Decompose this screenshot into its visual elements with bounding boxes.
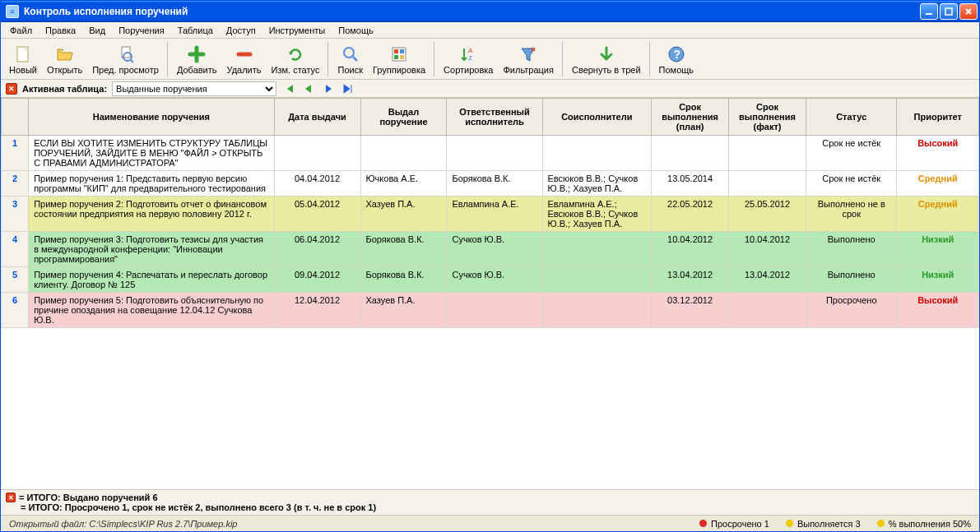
nav-next-button[interactable] bbox=[321, 81, 336, 96]
table-scroll-area[interactable]: Наименование поручения Дата выдачи Выдал… bbox=[1, 98, 979, 489]
close-button[interactable] bbox=[959, 3, 978, 20]
table-row[interactable]: 6Пример поручения 5: Подготовить объясни… bbox=[2, 293, 979, 328]
cell-rownum[interactable]: 2 bbox=[2, 171, 29, 197]
nav-prev-button[interactable] bbox=[301, 81, 316, 96]
col-fact[interactable]: Срок выполнения (факт) bbox=[729, 99, 806, 136]
maximize-button[interactable] bbox=[940, 3, 958, 20]
cell-responsible[interactable]: Сучков Ю.В. bbox=[447, 232, 542, 267]
cell-description[interactable]: Пример поручения 2: Подготовить отчет о … bbox=[29, 197, 274, 232]
active-table-select[interactable]: Выданные поручения bbox=[112, 81, 276, 96]
col-issuer[interactable]: Выдал поручение bbox=[360, 99, 447, 136]
col-coexec[interactable]: Соисполнители bbox=[542, 99, 652, 136]
cell-priority[interactable]: Средний bbox=[897, 197, 979, 232]
cell-coexec[interactable] bbox=[542, 136, 652, 171]
cell-plan[interactable]: 13.04.2012 bbox=[652, 267, 729, 293]
cell-date[interactable]: 12.04.2012 bbox=[274, 293, 360, 328]
col-date[interactable]: Дата выдачи bbox=[274, 99, 360, 136]
cell-date[interactable]: 06.04.2012 bbox=[274, 232, 360, 267]
cell-issuer[interactable] bbox=[360, 136, 447, 171]
cell-fact[interactable] bbox=[729, 293, 806, 328]
cell-plan[interactable] bbox=[652, 136, 729, 171]
cell-rownum[interactable]: 3 bbox=[2, 197, 29, 232]
cell-issuer[interactable]: Хазуев П.А. bbox=[360, 197, 447, 232]
cell-status[interactable]: Срок не истёк bbox=[806, 136, 897, 171]
menu-tools[interactable]: Инструменты bbox=[263, 24, 332, 37]
open-button[interactable]: Открыть bbox=[42, 40, 87, 78]
menu-tasks[interactable]: Поручения bbox=[113, 24, 170, 37]
cell-date[interactable]: 09.04.2012 bbox=[274, 267, 360, 293]
cell-issuer[interactable]: Борякова В.К. bbox=[360, 232, 447, 267]
cell-status[interactable]: Срок не истёк bbox=[806, 171, 897, 197]
cell-coexec[interactable] bbox=[542, 293, 652, 328]
cell-status[interactable]: Выполнено не в срок bbox=[806, 197, 897, 232]
table-row[interactable]: 3Пример поручения 2: Подготовить отчет о… bbox=[2, 197, 979, 232]
cell-responsible[interactable]: Сучков Ю.В. bbox=[447, 267, 542, 293]
cell-fact[interactable]: 25.05.2012 bbox=[729, 197, 806, 232]
cell-plan[interactable]: 22.05.2012 bbox=[652, 197, 729, 232]
table-row[interactable]: 1ЕСЛИ ВЫ ХОТИТЕ ИЗМЕНИТЬ СТРУКТУРУ ТАБЛИ… bbox=[2, 136, 979, 171]
cell-plan[interactable]: 03.12.2012 bbox=[652, 293, 729, 328]
cell-priority[interactable]: Низкий bbox=[897, 232, 979, 267]
cell-fact[interactable]: 10.04.2012 bbox=[729, 232, 806, 267]
cell-status[interactable]: Просрочено bbox=[806, 293, 897, 328]
new-button[interactable]: Новый bbox=[4, 40, 42, 78]
help-button[interactable]: ?Помощь bbox=[654, 40, 699, 78]
cell-issuer[interactable]: Ючкова А.Е. bbox=[360, 171, 447, 197]
menu-help[interactable]: Помощь bbox=[332, 24, 379, 37]
cell-priority[interactable]: Низкий bbox=[897, 267, 979, 293]
cell-responsible[interactable]: Борякова В.К. bbox=[447, 171, 542, 197]
sort-button[interactable]: AZСортировка bbox=[439, 40, 498, 78]
cell-rownum[interactable]: 4 bbox=[2, 232, 29, 267]
cell-responsible[interactable]: Евлампина А.Е. bbox=[447, 197, 542, 232]
group-button[interactable]: Группировка bbox=[368, 40, 430, 78]
col-priority[interactable]: Приоритет bbox=[897, 99, 979, 136]
add-button[interactable]: Добавить bbox=[172, 40, 222, 78]
cell-issuer[interactable]: Борякова В.К. bbox=[360, 267, 447, 293]
cell-status[interactable]: Выполнено bbox=[806, 232, 897, 267]
cell-status[interactable]: Выполнено bbox=[806, 267, 897, 293]
close-totals-icon[interactable]: ✕ bbox=[6, 493, 16, 502]
cell-description[interactable]: Пример поручения 1: Представить первую в… bbox=[29, 171, 274, 197]
cell-coexec[interactable]: Евсюков В.В.; Сучков Ю.В.; Хазуев П.А. bbox=[542, 171, 652, 197]
search-button[interactable]: Поиск bbox=[332, 40, 367, 78]
cell-responsible[interactable] bbox=[447, 136, 542, 171]
col-status[interactable]: Статус bbox=[806, 99, 897, 136]
cell-date[interactable] bbox=[274, 136, 360, 171]
cell-fact[interactable] bbox=[729, 171, 806, 197]
nav-first-button[interactable] bbox=[281, 81, 296, 96]
cell-responsible[interactable] bbox=[447, 293, 542, 328]
table-row[interactable]: 5Пример поручения 4: Распечатать и перес… bbox=[2, 267, 979, 293]
close-table-icon[interactable]: ✕ bbox=[6, 83, 17, 95]
cell-plan[interactable]: 10.04.2012 bbox=[652, 232, 729, 267]
cell-fact[interactable]: 13.04.2012 bbox=[729, 267, 806, 293]
table-row[interactable]: 2Пример поручения 1: Представить первую … bbox=[2, 171, 979, 197]
nav-last-button[interactable] bbox=[341, 81, 355, 96]
minimize-button[interactable] bbox=[920, 3, 938, 20]
col-rownum[interactable] bbox=[2, 99, 29, 136]
col-plan[interactable]: Срок выполнения (план) bbox=[652, 99, 729, 136]
cell-priority[interactable]: Высокий bbox=[897, 293, 979, 328]
delete-button[interactable]: Удалить bbox=[222, 40, 267, 78]
cell-description[interactable]: Пример поручения 5: Подготовить объяснит… bbox=[29, 293, 274, 328]
menu-view[interactable]: Вид bbox=[83, 24, 111, 37]
cell-priority[interactable]: Средний bbox=[897, 171, 979, 197]
cell-coexec[interactable]: Евлампина А.Е.; Евсюков В.В.; Сучков Ю.В… bbox=[542, 197, 652, 232]
table-row[interactable]: 4Пример поручения 3: Подготовить тезисы … bbox=[2, 232, 979, 267]
cell-fact[interactable] bbox=[729, 136, 806, 171]
col-name[interactable]: Наименование поручения bbox=[29, 99, 274, 136]
cell-priority[interactable]: Высокий bbox=[897, 136, 979, 171]
tray-button[interactable]: Свернуть в трей bbox=[567, 40, 646, 78]
cell-date[interactable]: 05.04.2012 bbox=[274, 197, 360, 232]
cell-coexec[interactable] bbox=[542, 267, 652, 293]
cell-description[interactable]: Пример поручения 3: Подготовить тезисы д… bbox=[29, 232, 274, 267]
cell-rownum[interactable]: 1 bbox=[2, 136, 29, 171]
menu-edit[interactable]: Правка bbox=[39, 24, 81, 37]
cell-date[interactable]: 04.04.2012 bbox=[274, 171, 360, 197]
cell-plan[interactable]: 13.05.2014 bbox=[652, 171, 729, 197]
cell-rownum[interactable]: 6 bbox=[2, 293, 29, 328]
cell-issuer[interactable]: Хазуев П.А. bbox=[360, 293, 447, 328]
preview-button[interactable]: Пред. просмотр bbox=[87, 40, 164, 78]
menu-access[interactable]: Доступ bbox=[221, 24, 262, 37]
cell-description[interactable]: Пример поручения 4: Распечатать и пересл… bbox=[29, 267, 274, 293]
menu-file[interactable]: Файл bbox=[4, 24, 38, 37]
